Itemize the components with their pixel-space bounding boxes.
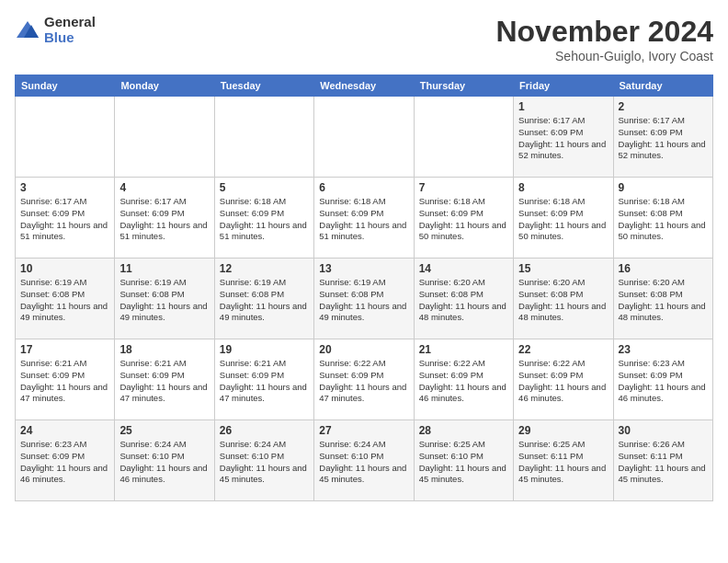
day-number: 6 <box>319 181 408 194</box>
day-info: Sunrise: 6:21 AM Sunset: 6:09 PM Dayligh… <box>220 358 309 405</box>
day-number: 25 <box>119 424 209 437</box>
table-row <box>115 97 214 178</box>
logo[interactable]: General Blue <box>15 15 96 45</box>
table-row: 24Sunrise: 6:23 AM Sunset: 6:09 PM Dayli… <box>16 420 115 501</box>
day-info: Sunrise: 6:18 AM Sunset: 6:08 PM Dayligh… <box>619 196 708 243</box>
day-number: 5 <box>220 181 309 194</box>
location-subtitle: Sehoun-Guiglo, Ivory Coast <box>495 49 713 63</box>
day-number: 12 <box>220 262 309 275</box>
day-number: 26 <box>220 424 309 437</box>
table-row: 23Sunrise: 6:23 AM Sunset: 6:09 PM Dayli… <box>613 339 712 420</box>
table-row: 27Sunrise: 6:24 AM Sunset: 6:10 PM Dayli… <box>314 420 414 501</box>
header-tuesday: Tuesday <box>214 75 313 97</box>
day-info: Sunrise: 6:22 AM Sunset: 6:09 PM Dayligh… <box>319 358 408 405</box>
day-number: 19 <box>220 343 309 356</box>
table-row: 22Sunrise: 6:22 AM Sunset: 6:09 PM Dayli… <box>514 339 613 420</box>
table-row <box>16 97 115 178</box>
day-info: Sunrise: 6:18 AM Sunset: 6:09 PM Dayligh… <box>319 196 408 243</box>
day-number: 8 <box>518 181 608 194</box>
day-info: Sunrise: 6:22 AM Sunset: 6:09 PM Dayligh… <box>419 358 508 405</box>
table-row <box>314 97 414 178</box>
day-info: Sunrise: 6:26 AM Sunset: 6:11 PM Dayligh… <box>619 439 708 486</box>
table-row: 29Sunrise: 6:25 AM Sunset: 6:11 PM Dayli… <box>514 420 613 501</box>
calendar-table: Sunday Monday Tuesday Wednesday Thursday… <box>15 75 713 501</box>
day-info: Sunrise: 6:21 AM Sunset: 6:09 PM Dayligh… <box>119 358 209 405</box>
day-info: Sunrise: 6:19 AM Sunset: 6:08 PM Dayligh… <box>119 277 209 324</box>
day-number: 23 <box>619 343 708 356</box>
table-row: 6Sunrise: 6:18 AM Sunset: 6:09 PM Daylig… <box>314 178 414 259</box>
day-info: Sunrise: 6:17 AM Sunset: 6:09 PM Dayligh… <box>619 115 708 162</box>
header-monday: Monday <box>115 75 214 97</box>
day-number: 15 <box>518 262 608 275</box>
day-number: 22 <box>518 343 608 356</box>
day-info: Sunrise: 6:17 AM Sunset: 6:09 PM Dayligh… <box>518 115 608 162</box>
calendar-week-5: 24Sunrise: 6:23 AM Sunset: 6:09 PM Dayli… <box>16 420 713 501</box>
day-number: 2 <box>619 100 708 113</box>
calendar-week-4: 17Sunrise: 6:21 AM Sunset: 6:09 PM Dayli… <box>16 339 713 420</box>
day-info: Sunrise: 6:18 AM Sunset: 6:09 PM Dayligh… <box>419 196 508 243</box>
table-row: 18Sunrise: 6:21 AM Sunset: 6:09 PM Dayli… <box>115 339 214 420</box>
day-number: 16 <box>619 262 708 275</box>
day-info: Sunrise: 6:21 AM Sunset: 6:09 PM Dayligh… <box>20 358 109 405</box>
header-sunday: Sunday <box>16 75 115 97</box>
day-info: Sunrise: 6:19 AM Sunset: 6:08 PM Dayligh… <box>319 277 408 324</box>
day-info: Sunrise: 6:24 AM Sunset: 6:10 PM Dayligh… <box>319 439 408 486</box>
table-row: 8Sunrise: 6:18 AM Sunset: 6:09 PM Daylig… <box>514 178 613 259</box>
day-number: 9 <box>619 181 708 194</box>
day-info: Sunrise: 6:25 AM Sunset: 6:11 PM Dayligh… <box>518 439 608 486</box>
table-row: 17Sunrise: 6:21 AM Sunset: 6:09 PM Dayli… <box>16 339 115 420</box>
table-row: 9Sunrise: 6:18 AM Sunset: 6:08 PM Daylig… <box>613 178 712 259</box>
day-info: Sunrise: 6:20 AM Sunset: 6:08 PM Dayligh… <box>619 277 708 324</box>
table-row: 15Sunrise: 6:20 AM Sunset: 6:08 PM Dayli… <box>514 259 613 339</box>
day-info: Sunrise: 6:19 AM Sunset: 6:08 PM Dayligh… <box>20 277 109 324</box>
day-number: 24 <box>20 424 109 437</box>
month-title: November 2024 <box>495 15 713 49</box>
day-info: Sunrise: 6:25 AM Sunset: 6:10 PM Dayligh… <box>419 439 508 486</box>
day-info: Sunrise: 6:22 AM Sunset: 6:09 PM Dayligh… <box>518 358 608 405</box>
header-friday: Friday <box>514 75 613 97</box>
title-block: November 2024 Sehoun-Guiglo, Ivory Coast <box>495 15 713 63</box>
day-number: 4 <box>119 181 209 194</box>
day-number: 18 <box>119 343 209 356</box>
table-row: 1Sunrise: 6:17 AM Sunset: 6:09 PM Daylig… <box>514 97 613 178</box>
day-info: Sunrise: 6:20 AM Sunset: 6:08 PM Dayligh… <box>518 277 608 324</box>
day-info: Sunrise: 6:18 AM Sunset: 6:09 PM Dayligh… <box>518 196 608 243</box>
day-info: Sunrise: 6:23 AM Sunset: 6:09 PM Dayligh… <box>20 439 109 486</box>
calendar-week-2: 3Sunrise: 6:17 AM Sunset: 6:09 PM Daylig… <box>16 178 713 259</box>
day-number: 21 <box>419 343 508 356</box>
day-info: Sunrise: 6:18 AM Sunset: 6:09 PM Dayligh… <box>220 196 309 243</box>
table-row: 16Sunrise: 6:20 AM Sunset: 6:08 PM Dayli… <box>613 259 712 339</box>
table-row: 26Sunrise: 6:24 AM Sunset: 6:10 PM Dayli… <box>214 420 313 501</box>
table-row: 7Sunrise: 6:18 AM Sunset: 6:09 PM Daylig… <box>414 178 513 259</box>
day-number: 13 <box>319 262 408 275</box>
logo-blue-text: Blue <box>44 30 96 46</box>
day-info: Sunrise: 6:20 AM Sunset: 6:08 PM Dayligh… <box>419 277 508 324</box>
table-row: 19Sunrise: 6:21 AM Sunset: 6:09 PM Dayli… <box>214 339 313 420</box>
day-number: 10 <box>20 262 109 275</box>
calendar-week-3: 10Sunrise: 6:19 AM Sunset: 6:08 PM Dayli… <box>16 259 713 339</box>
table-row: 12Sunrise: 6:19 AM Sunset: 6:08 PM Dayli… <box>214 259 313 339</box>
day-info: Sunrise: 6:17 AM Sunset: 6:09 PM Dayligh… <box>20 196 109 243</box>
day-info: Sunrise: 6:19 AM Sunset: 6:08 PM Dayligh… <box>220 277 309 324</box>
day-info: Sunrise: 6:24 AM Sunset: 6:10 PM Dayligh… <box>220 439 309 486</box>
table-row: 28Sunrise: 6:25 AM Sunset: 6:10 PM Dayli… <box>414 420 513 501</box>
day-number: 17 <box>20 343 109 356</box>
day-number: 3 <box>20 181 109 194</box>
day-number: 27 <box>319 424 408 437</box>
day-info: Sunrise: 6:24 AM Sunset: 6:10 PM Dayligh… <box>119 439 209 486</box>
day-number: 30 <box>619 424 708 437</box>
table-row: 14Sunrise: 6:20 AM Sunset: 6:08 PM Dayli… <box>414 259 513 339</box>
header-thursday: Thursday <box>414 75 513 97</box>
table-row: 3Sunrise: 6:17 AM Sunset: 6:09 PM Daylig… <box>16 178 115 259</box>
page-header: General Blue November 2024 Sehoun-Guiglo… <box>15 15 713 63</box>
day-number: 11 <box>119 262 209 275</box>
table-row: 20Sunrise: 6:22 AM Sunset: 6:09 PM Dayli… <box>314 339 414 420</box>
day-number: 7 <box>419 181 508 194</box>
table-row: 13Sunrise: 6:19 AM Sunset: 6:08 PM Dayli… <box>314 259 414 339</box>
table-row: 5Sunrise: 6:18 AM Sunset: 6:09 PM Daylig… <box>214 178 313 259</box>
table-row: 11Sunrise: 6:19 AM Sunset: 6:08 PM Dayli… <box>115 259 214 339</box>
table-row <box>214 97 313 178</box>
day-info: Sunrise: 6:23 AM Sunset: 6:09 PM Dayligh… <box>619 358 708 405</box>
day-info: Sunrise: 6:17 AM Sunset: 6:09 PM Dayligh… <box>119 196 209 243</box>
table-row: 21Sunrise: 6:22 AM Sunset: 6:09 PM Dayli… <box>414 339 513 420</box>
